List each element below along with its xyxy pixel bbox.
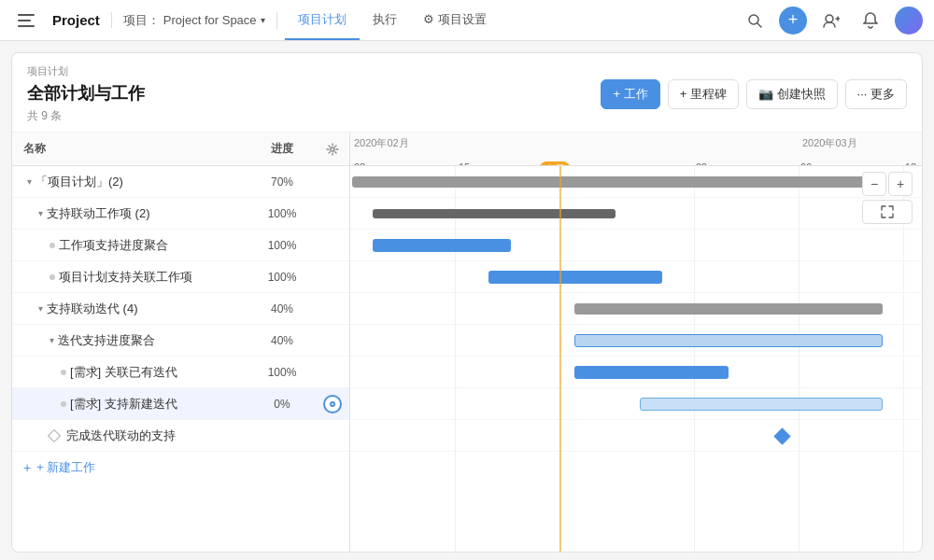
gantt-row: [350, 198, 922, 230]
add-work-label: + 新建工作: [36, 459, 95, 476]
add-milestone-button[interactable]: + 里程碑: [668, 79, 739, 109]
gantt-row: [350, 293, 922, 325]
table-row: ▾ 「项目计划」(2) 70%: [12, 166, 349, 198]
row-label: 支持联动工作项 (2): [47, 205, 150, 222]
table-row: [需求] 关联已有迭代 100%: [12, 357, 349, 388]
gantt-bar: [488, 271, 662, 284]
tab-execution[interactable]: 执行: [360, 0, 410, 40]
row-name: [需求] 关联已有迭代: [12, 364, 248, 381]
col-progress-header: 进度: [248, 141, 316, 157]
project-context[interactable]: 项目： Project for Space ▾: [112, 12, 277, 29]
more-button[interactable]: ··· 更多: [845, 79, 907, 109]
tab-timeline[interactable]: 项目计划: [285, 0, 360, 40]
row-name: ▾ 支持联动工作项 (2): [12, 205, 248, 222]
search-button[interactable]: [740, 6, 770, 35]
table-header: 名称 进度: [12, 133, 349, 166]
svg-point-8: [331, 147, 334, 151]
gantt-row: [350, 325, 922, 357]
add-work-button[interactable]: + 工作: [601, 79, 659, 109]
add-button[interactable]: +: [779, 7, 807, 35]
gantt-row: [350, 261, 922, 293]
subheader: 项目计划 全部计划与工作 共 9 条 + 工作 + 里程碑 📷 创建快照 ···…: [12, 53, 922, 133]
progress-circle-icon: [323, 395, 342, 413]
today-line: [559, 166, 561, 552]
expand-arrow-icon[interactable]: ▾: [38, 303, 43, 314]
svg-rect-1: [18, 20, 31, 21]
gantt-bar: [640, 398, 883, 411]
row-progress: 100%: [248, 271, 316, 284]
col-name-header: 名称: [12, 141, 248, 157]
record-count: 共 9 条: [27, 108, 145, 124]
project-context-label: 项目：: [123, 12, 160, 29]
plus-icon: +: [23, 460, 31, 475]
dot-icon: [61, 401, 66, 407]
gantt-bar: [574, 334, 883, 347]
gantt-chart: 2020年02月 2020年03月 08 15 今天 29 06 13: [350, 133, 922, 552]
fullscreen-button[interactable]: [862, 200, 913, 224]
row-label: [需求] 支持新建迭代: [70, 396, 177, 413]
row-label: 「项目计划」(2): [35, 174, 123, 190]
svg-rect-2: [18, 25, 35, 27]
expand-arrow-icon[interactable]: ▾: [50, 335, 54, 345]
notifications-button[interactable]: [856, 6, 885, 35]
add-work-row[interactable]: + + 新建工作: [12, 452, 349, 483]
table-body: ▾ 「项目计划」(2) 70% ▾ 支持联动工作项 (2) 100%: [12, 166, 349, 552]
row-label: 支持联动迭代 (4): [47, 301, 138, 317]
row-progress: 40%: [248, 334, 316, 347]
expand-arrow-icon[interactable]: ▾: [27, 176, 32, 187]
table-gantt-area: 名称 进度 ▾ 「项目计划」(2) 70%: [12, 133, 922, 552]
month-label-feb: 2020年02月: [354, 136, 409, 150]
menu-button[interactable]: [11, 6, 41, 35]
row-progress: 100%: [248, 239, 316, 252]
gantt-bar: [373, 209, 616, 218]
table-row: [需求] 支持新建迭代 0%: [12, 388, 349, 420]
nav-tabs: 项目计划 执行 ⚙ 项目设置: [285, 0, 500, 40]
table-settings-button[interactable]: [316, 143, 349, 156]
page-title: 全部计划与工作: [27, 82, 145, 105]
zoom-out-button[interactable]: −: [862, 172, 886, 196]
row-label: 工作项支持进度聚合: [59, 237, 168, 254]
gantt-bar: [373, 239, 511, 252]
gantt-row: [350, 230, 922, 261]
row-name: ▾ 「项目计划」(2): [12, 174, 248, 190]
top-navigation: Project 项目： Project for Space ▾ 项目计划 执行 …: [0, 0, 934, 41]
tab-settings[interactable]: ⚙ 项目设置: [410, 0, 500, 40]
row-progress: 70%: [248, 175, 316, 189]
row-name: [需求] 支持新建迭代: [12, 396, 248, 413]
dot-icon: [61, 370, 66, 375]
dot-icon: [50, 274, 55, 280]
gantt-row: [350, 388, 922, 420]
chevron-down-icon: ▾: [261, 15, 265, 25]
zoom-in-button[interactable]: +: [888, 172, 913, 196]
row-name: 工作项支持进度聚合: [12, 237, 248, 254]
create-snapshot-button[interactable]: 📷 创建快照: [746, 79, 838, 109]
row-progress: 100%: [248, 366, 316, 379]
table-row: ▾ 支持联动迭代 (4) 40%: [12, 293, 349, 325]
progress-circle-inner: [330, 401, 335, 407]
expand-arrow-icon[interactable]: ▾: [38, 208, 43, 218]
row-progress: 40%: [248, 302, 316, 315]
nav-right-actions: +: [740, 6, 923, 35]
gantt-controls: − +: [862, 172, 913, 224]
avatar[interactable]: [895, 7, 923, 35]
row-name: ▾ 迭代支持进度聚合: [12, 332, 248, 349]
diamond-icon: [48, 428, 61, 441]
month-label-mar: 2020年03月: [802, 136, 857, 150]
gantt-header: 2020年02月 2020年03月 08 15 今天 29 06 13: [350, 133, 922, 166]
row-progress: 100%: [248, 207, 316, 220]
add-user-button[interactable]: [816, 6, 846, 35]
row-label: 完成迭代联动的支持: [66, 427, 176, 444]
breadcrumb: 项目计划: [27, 64, 145, 78]
gantt-body: − +: [350, 166, 922, 552]
gantt-bar: [352, 176, 883, 188]
table-row: ▾ 迭代支持进度聚合 40%: [12, 325, 349, 357]
gantt-bar: [574, 303, 883, 315]
project-name: Project: [41, 12, 112, 28]
gantt-row: [350, 166, 922, 198]
left-table: 名称 进度 ▾ 「项目计划」(2) 70%: [12, 133, 350, 552]
svg-point-5: [826, 15, 833, 22]
svg-line-4: [757, 23, 761, 27]
table-row: 项目计划支持关联工作项 100%: [12, 261, 349, 293]
gantt-row: [350, 420, 922, 452]
svg-rect-0: [18, 14, 35, 16]
